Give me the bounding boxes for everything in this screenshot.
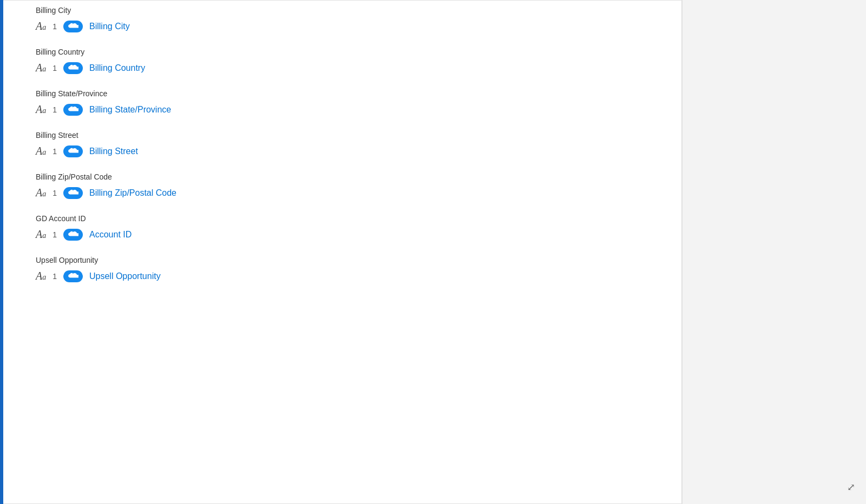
field-row-billing-street: Aa1 Billing Street <box>36 145 544 157</box>
salesforce-badge <box>63 270 83 282</box>
expand-icon[interactable]: ⤢ <box>847 481 855 493</box>
field-link-billing-city[interactable]: Billing City <box>89 22 130 31</box>
field-row-billing-city: Aa1 Billing City <box>36 20 544 32</box>
salesforce-badge <box>63 21 83 32</box>
content-inner: Billing CityAa1 Billing CityBilling Coun… <box>3 1 566 314</box>
field-label-billing-city: Billing City <box>36 6 544 15</box>
field-number-billing-zip: 1 <box>53 189 57 197</box>
field-number-billing-state: 1 <box>53 105 57 114</box>
field-row-billing-country: Aa1 Billing Country <box>36 62 544 74</box>
field-number-billing-city: 1 <box>53 22 57 31</box>
field-group-billing-zip: Billing Zip/Postal CodeAa1 Billing Zip/P… <box>36 173 544 199</box>
salesforce-badge <box>63 229 83 241</box>
field-number-billing-country: 1 <box>53 64 57 72</box>
text-type-icon: Aa <box>36 187 46 199</box>
salesforce-badge <box>63 62 83 74</box>
field-row-gd-account-id: Aa1 Account ID <box>36 228 544 241</box>
field-row-upsell-opportunity: Aa1 Upsell Opportunity <box>36 270 544 282</box>
field-label-billing-street: Billing Street <box>36 131 544 140</box>
field-group-upsell-opportunity: Upsell OpportunityAa1 Upsell Opportunity <box>36 256 544 282</box>
text-type-icon: Aa <box>36 20 46 32</box>
salesforce-badge <box>63 104 83 116</box>
field-label-gd-account-id: GD Account ID <box>36 214 544 223</box>
field-row-billing-zip: Aa1 Billing Zip/Postal Code <box>36 187 544 199</box>
field-number-upsell-opportunity: 1 <box>53 272 57 281</box>
field-link-billing-zip[interactable]: Billing Zip/Postal Code <box>89 188 176 198</box>
field-group-billing-city: Billing CityAa1 Billing City <box>36 6 544 32</box>
field-row-billing-state: Aa1 Billing State/Province <box>36 103 544 116</box>
field-group-billing-street: Billing StreetAa1 Billing Street <box>36 131 544 157</box>
text-type-icon: Aa <box>36 270 46 282</box>
field-label-billing-state: Billing State/Province <box>36 89 544 98</box>
text-type-icon: Aa <box>36 145 46 157</box>
right-panel: ⤢ <box>682 0 866 504</box>
main-content-area: Billing CityAa1 Billing CityBilling Coun… <box>3 0 682 504</box>
field-group-gd-account-id: GD Account IDAa1 Account ID <box>36 214 544 241</box>
field-number-billing-street: 1 <box>53 147 57 156</box>
field-label-billing-zip: Billing Zip/Postal Code <box>36 173 544 181</box>
field-link-gd-account-id[interactable]: Account ID <box>89 230 132 240</box>
text-type-icon: Aa <box>36 62 46 74</box>
field-label-upsell-opportunity: Upsell Opportunity <box>36 256 544 264</box>
field-link-billing-street[interactable]: Billing Street <box>89 147 138 156</box>
field-number-gd-account-id: 1 <box>53 230 57 239</box>
field-label-billing-country: Billing Country <box>36 48 544 56</box>
field-link-billing-state[interactable]: Billing State/Province <box>89 105 171 115</box>
field-group-billing-state: Billing State/ProvinceAa1 Billing State/… <box>36 89 544 116</box>
salesforce-badge <box>63 187 83 199</box>
salesforce-badge <box>63 145 83 157</box>
field-group-billing-country: Billing CountryAa1 Billing Country <box>36 48 544 74</box>
field-link-billing-country[interactable]: Billing Country <box>89 63 145 73</box>
field-link-upsell-opportunity[interactable]: Upsell Opportunity <box>89 271 161 281</box>
text-type-icon: Aa <box>36 103 46 116</box>
text-type-icon: Aa <box>36 228 46 241</box>
